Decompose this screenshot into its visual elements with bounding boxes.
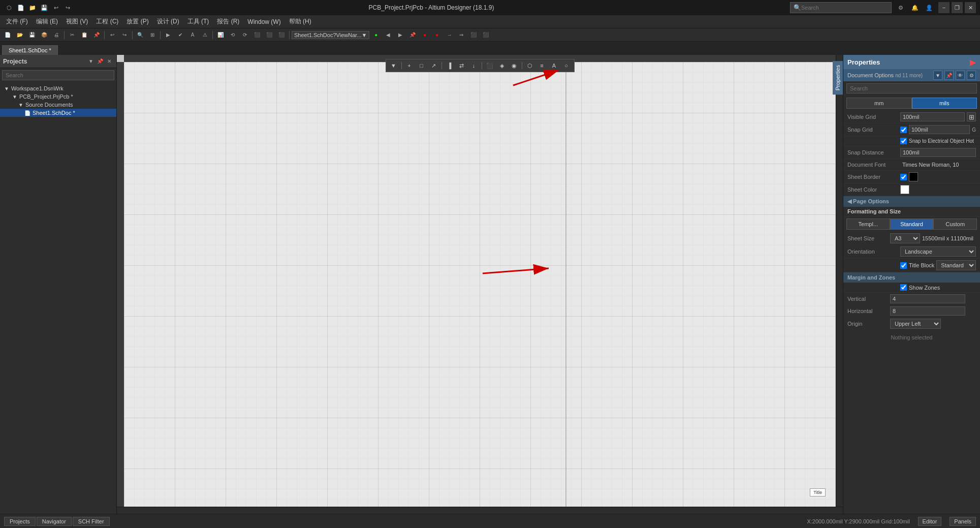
view-selector[interactable]: Sheet1.SchDoc?ViewNar... ▼: [292, 31, 369, 39]
prop-eye-btn[interactable]: 👁: [956, 71, 965, 80]
save-btn[interactable]: 💾: [39, 3, 49, 13]
unit-tab-mils[interactable]: mils: [912, 98, 977, 109]
tb-transfer[interactable]: ⟲: [227, 30, 238, 40]
menu-edit[interactable]: 编辑 (E): [32, 16, 62, 27]
ct-hex-btn[interactable]: ⬡: [524, 60, 535, 71]
ct-swap-btn[interactable]: ⇄: [456, 60, 467, 71]
sheet-border-checkbox[interactable]: [900, 174, 907, 180]
tb-annotate[interactable]: A: [187, 30, 198, 40]
ct-block-btn[interactable]: ⬛: [484, 60, 495, 71]
tb-compile[interactable]: ▶: [163, 30, 174, 40]
fmt-tab-custom[interactable]: Custom: [933, 219, 977, 230]
tab-schfilter[interactable]: SCH Filter: [73, 517, 110, 526]
visible-grid-input[interactable]: [900, 112, 965, 121]
tab-sheet1[interactable]: Sheet1.SchDoc *: [2, 45, 58, 55]
tb-more3[interactable]: ⬛: [276, 30, 287, 40]
tb-update[interactable]: ⟳: [239, 30, 250, 40]
menu-view[interactable]: 视图 (V): [62, 16, 92, 27]
tb-undo[interactable]: ↩: [107, 30, 118, 40]
snap-electrical-checkbox[interactable]: [900, 138, 907, 144]
user-icon[interactable]: 👤: [924, 3, 934, 13]
origin-select[interactable]: Upper Left Lower Left: [890, 319, 941, 329]
properties-side-tab[interactable]: Properties: [833, 61, 843, 95]
minimize-btn[interactable]: −: [938, 2, 950, 13]
panel-x-btn[interactable]: ✕: [105, 57, 113, 66]
title-search-input[interactable]: [801, 5, 872, 11]
vertical-scrollbar[interactable]: [836, 55, 843, 507]
menu-reports[interactable]: 报告 (R): [213, 16, 243, 27]
prop-filter-btn[interactable]: ▼: [933, 71, 942, 80]
tb-nav1[interactable]: ◀: [383, 30, 394, 40]
ct-arrow-btn[interactable]: ↗: [428, 60, 439, 71]
unit-tab-mm[interactable]: mm: [846, 98, 912, 109]
prop-pin-btn[interactable]: 📌: [944, 71, 954, 80]
properties-collapse-arrow[interactable]: ▶: [970, 57, 976, 67]
menu-place[interactable]: 放置 (P): [122, 16, 152, 27]
sheet-border-color-swatch[interactable]: [909, 172, 918, 181]
tb-more1[interactable]: ⬛: [251, 30, 263, 40]
ct-column-btn[interactable]: ▐: [444, 60, 455, 71]
tb-pin[interactable]: 📌: [407, 30, 418, 40]
menu-help[interactable]: 帮助 (H): [285, 16, 315, 27]
ct-circle-btn[interactable]: ◉: [509, 60, 520, 71]
settings-icon[interactable]: ⚙: [896, 3, 906, 13]
tb-print[interactable]: 🖨: [51, 30, 62, 40]
schematic-canvas[interactable]: Title: [124, 62, 836, 507]
ct-lines-btn[interactable]: ≡: [536, 60, 548, 71]
tab-projects[interactable]: Projects: [4, 517, 36, 526]
menu-file[interactable]: 文件 (F): [2, 16, 32, 27]
tb-copy[interactable]: 📋: [79, 30, 90, 40]
tb-arr2[interactable]: ⇒: [456, 30, 467, 40]
visible-grid-toggle[interactable]: ⊞: [967, 112, 976, 121]
tb-red2[interactable]: ●: [431, 30, 442, 40]
panels-btn[interactable]: Panels: [950, 517, 976, 526]
tb-paste[interactable]: 📌: [91, 30, 102, 40]
tb-redo[interactable]: ↪: [119, 30, 130, 40]
title-block-checkbox[interactable]: [900, 262, 907, 269]
tb-arr[interactable]: →: [444, 30, 455, 40]
ct-filter-btn[interactable]: ▼: [388, 60, 399, 71]
horizontal-scrollbar[interactable]: [117, 507, 843, 514]
tb-save[interactable]: 💾: [26, 30, 38, 40]
margin-zones-header[interactable]: Margin and Zones: [843, 272, 980, 283]
panel-close-btn[interactable]: ▼: [87, 57, 95, 66]
title-search-bar[interactable]: 🔍: [790, 2, 892, 13]
tree-item-sheet1[interactable]: 📄 Sheet1.SchDoc *: [0, 109, 116, 117]
ct-add-btn[interactable]: +: [404, 60, 415, 71]
new-btn[interactable]: 📄: [16, 3, 26, 13]
tb-fit[interactable]: ⊞: [147, 30, 158, 40]
prop-settings-btn[interactable]: ⚙: [967, 71, 976, 80]
ct-down-btn[interactable]: ↓: [468, 60, 480, 71]
restore-btn[interactable]: ❐: [952, 2, 963, 13]
ct-cursor-btn[interactable]: ○: [561, 60, 572, 71]
project-search-input[interactable]: [2, 70, 114, 80]
tb-open[interactable]: 📂: [14, 30, 25, 40]
tab-navigator[interactable]: Navigator: [37, 517, 72, 526]
show-zones-checkbox[interactable]: [900, 284, 907, 291]
tb-validate[interactable]: ✔: [175, 30, 186, 40]
redo-btn[interactable]: ↪: [62, 3, 73, 13]
tree-item-sourcedocs[interactable]: ▼ Source Documents: [0, 101, 116, 109]
tb-zoom[interactable]: 🔍: [135, 30, 146, 40]
notification-icon[interactable]: 🔔: [910, 3, 920, 13]
title-block-style-select[interactable]: Standard ANSI: [936, 260, 976, 270]
sheet-color-swatch[interactable]: [900, 185, 909, 194]
tb-bom[interactable]: 📊: [215, 30, 226, 40]
fmt-tab-template[interactable]: Templ...: [846, 219, 890, 230]
ct-text-btn[interactable]: A: [549, 60, 560, 71]
snap-grid-checkbox[interactable]: [900, 127, 907, 133]
tb-cut[interactable]: ✂: [67, 30, 78, 40]
page-options-header[interactable]: ◀ Page Options: [843, 196, 980, 207]
menu-window[interactable]: Window (W): [243, 17, 284, 26]
app-icon-btn[interactable]: ⬡: [4, 3, 14, 13]
horizontal-input[interactable]: [890, 306, 965, 316]
open-btn[interactable]: 📁: [27, 3, 38, 13]
fmt-tab-standard[interactable]: Standard: [890, 219, 934, 230]
schematic-canvas-area[interactable]: Title ▼ + □ ↗ ▐ ⇄ ↓ ⬛ ◈ ◉ ⬡ ≡ A ○: [117, 55, 843, 514]
tb-red1[interactable]: ●: [419, 30, 430, 40]
tb-new[interactable]: 📄: [2, 30, 13, 40]
snap-grid-input[interactable]: [909, 125, 970, 134]
orientation-select[interactable]: Landscape Portrait: [900, 246, 976, 257]
tb-more4[interactable]: ⬛: [468, 30, 479, 40]
undo-btn[interactable]: ↩: [51, 3, 61, 13]
